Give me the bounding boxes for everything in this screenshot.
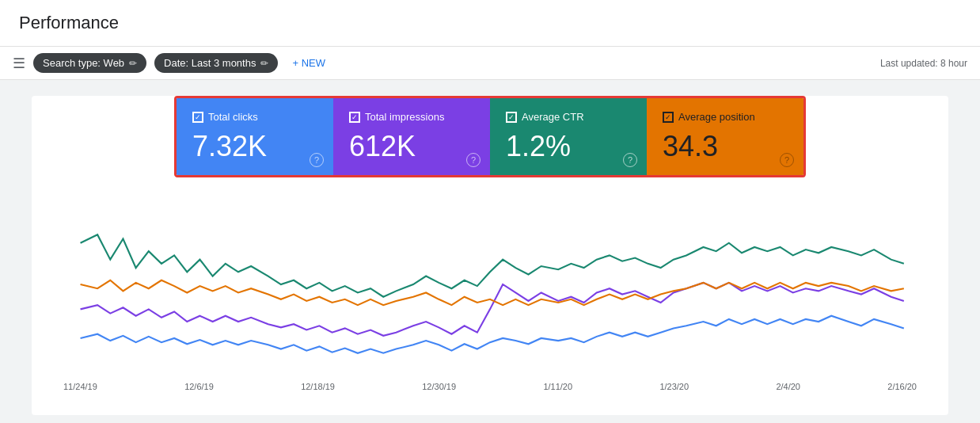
search-type-label: Search type: Web <box>43 57 124 69</box>
x-label-3: 12/18/19 <box>301 382 335 391</box>
metric-header-clicks: ✓ Total clicks <box>192 111 317 123</box>
chart-area: 11/24/19 12/6/19 12/18/19 12/30/19 1/11/… <box>47 177 933 399</box>
checkbox-clicks: ✓ <box>192 112 203 123</box>
help-icon-ctr[interactable]: ? <box>623 153 637 167</box>
x-label-7: 2/4/20 <box>776 382 800 391</box>
metric-position[interactable]: ✓ Average position 34.3 ? <box>647 98 803 175</box>
metric-header-ctr: ✓ Average CTR <box>506 111 631 123</box>
help-icon-clicks[interactable]: ? <box>310 153 324 167</box>
metric-value-ctr: 1.2% <box>506 131 631 162</box>
metric-label-impressions: Total impressions <box>365 111 444 123</box>
new-button[interactable]: + NEW <box>286 53 332 73</box>
checkbox-position: ✓ <box>663 112 674 123</box>
help-icon-position[interactable]: ? <box>780 153 794 167</box>
metric-label-ctr: Average CTR <box>522 111 584 123</box>
help-icon-impressions[interactable]: ? <box>466 153 481 167</box>
edit-icon: ✏ <box>129 58 137 69</box>
metric-impressions[interactable]: ✓ Total impressions 612K ? <box>333 98 490 175</box>
metric-label-clicks: Total clicks <box>208 111 258 123</box>
x-label-4: 12/30/19 <box>422 382 456 391</box>
metric-header-position: ✓ Average position <box>663 111 788 123</box>
metric-value-impressions: 612K <box>349 131 474 162</box>
chart-container <box>63 193 917 375</box>
x-label-1: 11/24/19 <box>63 382 97 391</box>
metric-header-impressions: ✓ Total impressions <box>349 111 474 123</box>
x-axis-labels: 11/24/19 12/6/19 12/18/19 12/30/19 1/11/… <box>63 375 917 391</box>
edit-icon: ✏ <box>260 58 268 69</box>
checkbox-ctr: ✓ <box>506 112 517 123</box>
performance-chart <box>63 193 917 375</box>
toolbar: ☰ Search type: Web ✏ Date: Last 3 months… <box>0 47 980 80</box>
metric-label-position: Average position <box>678 111 755 123</box>
metric-clicks[interactable]: ✓ Total clicks 7.32K ? <box>177 98 333 175</box>
main-content: ✓ Total clicks 7.32K ? ✓ Total impressio… <box>0 80 980 423</box>
metrics-row: ✓ Total clicks 7.32K ? ✓ Total impressio… <box>174 96 806 177</box>
metric-ctr[interactable]: ✓ Average CTR 1.2% ? <box>490 98 647 175</box>
metric-value-clicks: 7.32K <box>192 131 317 162</box>
checkbox-impressions: ✓ <box>349 112 360 123</box>
filter-icon[interactable]: ☰ <box>13 55 25 72</box>
page-header: Performance <box>0 0 980 47</box>
x-label-2: 12/6/19 <box>184 382 214 391</box>
last-updated: Last updated: 8 hour <box>880 58 967 69</box>
date-label: Date: Last 3 months <box>164 57 256 69</box>
date-chip[interactable]: Date: Last 3 months ✏ <box>154 53 278 73</box>
search-type-chip[interactable]: Search type: Web ✏ <box>33 53 146 73</box>
new-label: + NEW <box>292 57 325 69</box>
x-label-8: 2/16/20 <box>887 382 917 391</box>
full-card: ✓ Total clicks 7.32K ? ✓ Total impressio… <box>32 96 948 415</box>
x-label-5: 1/11/20 <box>543 382 572 391</box>
metric-value-position: 34.3 <box>663 131 788 162</box>
x-label-6: 1/23/20 <box>659 382 689 391</box>
page-title: Performance <box>19 13 961 33</box>
